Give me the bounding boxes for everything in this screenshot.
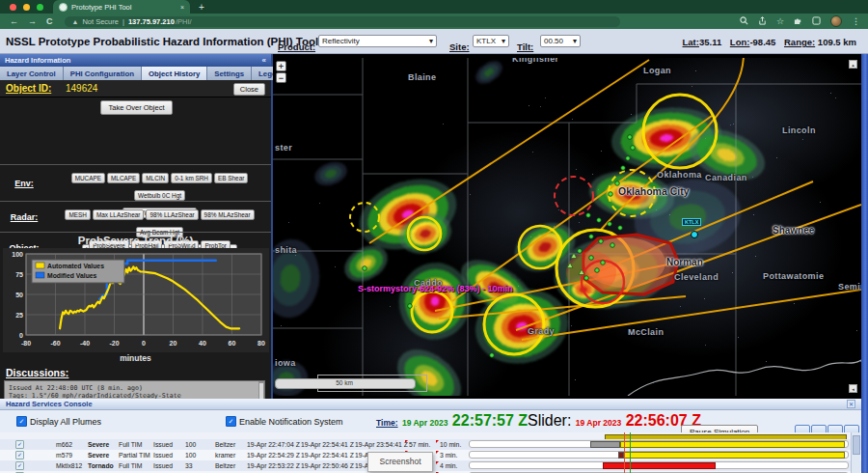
close-button[interactable]: Close — [233, 83, 265, 96]
profile-switcher-icon[interactable] — [812, 16, 821, 27]
hazard-duration-bar[interactable] — [603, 462, 716, 469]
cell: Issued — [153, 462, 173, 469]
edited-cell-marker — [405, 440, 408, 443]
url-host: 137.75.97.210 — [128, 17, 175, 26]
edited-cell-marker — [436, 461, 439, 464]
cell: 19-Apr 22:54:29 Z — [247, 452, 300, 459]
attr-button-wetbulb-0c-hgt[interactable]: Wetbulb 0C Hgt — [134, 190, 185, 201]
console-close-icon[interactable]: ✕ — [847, 400, 855, 408]
search-icon[interactable] — [740, 16, 748, 27]
row-checkbox[interactable]: ✓ — [15, 440, 24, 449]
attr-button-0-1-km-srh[interactable]: 0-1 km SRH — [171, 173, 212, 183]
hazard-duration-bar[interactable] — [624, 452, 845, 459]
tilt-select[interactable]: 00.50▾ — [540, 35, 581, 47]
avatar[interactable] — [830, 15, 842, 27]
radar-map[interactable]: KingfisherBlainesterLoganLincolnCanadian… — [273, 54, 861, 396]
product-value: Reflectivity — [322, 37, 360, 45]
window-minimize-button[interactable] — [23, 4, 30, 11]
range-label: Range: — [784, 37, 815, 47]
attr-button-mucape[interactable]: MUCAPE — [71, 173, 105, 183]
share-icon[interactable] — [758, 16, 767, 27]
site-select[interactable]: KTLX▾ — [473, 35, 509, 47]
product-select[interactable]: Reflectivity▾ — [318, 35, 437, 47]
window-close-button[interactable] — [10, 4, 16, 11]
map-scroll-left-button[interactable]: ◂ — [849, 384, 857, 393]
map-label-oklahoma: Oklahoma — [657, 170, 702, 180]
page-scrollbar[interactable] — [861, 54, 868, 473]
range-value: 109.5 km — [818, 37, 856, 47]
map-zoom-out-button[interactable]: − — [276, 72, 286, 83]
chevron-down-icon: ▾ — [573, 37, 577, 45]
console-scrollbar[interactable] — [851, 432, 860, 473]
tab-settings[interactable]: Settings — [207, 67, 252, 80]
tab-object-history[interactable]: Object History — [142, 67, 207, 80]
chevron-down-icon: ▾ — [502, 37, 505, 45]
attr-button-mesh[interactable]: MESH — [65, 209, 90, 220]
map-label-canadian: Canadian — [705, 173, 747, 182]
enable-notification-checkbox[interactable]: ✓ — [226, 416, 236, 427]
attr-button-eb-shear[interactable]: EB Shear — [214, 173, 248, 183]
hazard-duration-bar[interactable] — [590, 441, 620, 448]
reload-icon[interactable]: C — [46, 16, 53, 26]
cell: Partial TIM — [119, 452, 150, 459]
row-checkbox[interactable]: ✓ — [15, 451, 24, 459]
tilt-label: Tilt: — [517, 42, 533, 52]
new-tab-button[interactable]: + — [199, 2, 204, 13]
extensions-puzzle-icon[interactable] — [794, 16, 802, 27]
svg-text:100: 100 — [12, 251, 23, 258]
bookmark-star-icon[interactable]: ☆ — [776, 16, 784, 26]
cell: 19-Apr 23:54:41 Z — [355, 441, 408, 448]
svg-text:-60: -60 — [50, 340, 60, 347]
timeline-slider-line[interactable] — [624, 432, 625, 473]
slider-date: 19 Apr 2023 — [576, 418, 621, 428]
tab-close-icon[interactable]: × — [180, 4, 184, 11]
address-bar[interactable]: ▲ Not Secure | 137.75.97.210/PHI/ — [65, 16, 620, 27]
attr-button-mlcin[interactable]: MLCIN — [142, 173, 169, 183]
lat-value: 35.11 — [699, 37, 721, 47]
cell: 19-Apr 22:47:04 Z — [247, 441, 300, 448]
display-all-plumes-checkbox[interactable]: ✓ — [16, 416, 27, 427]
edited-cell-marker — [436, 440, 439, 443]
svg-text:-20: -20 — [109, 340, 119, 347]
cell: 33 — [185, 462, 193, 469]
table-row[interactable]: ✓m662SevereFull TIMIssued100Beltzer19-Ap… — [0, 439, 861, 450]
panel-collapse-icon[interactable]: « — [262, 56, 266, 65]
window-zoom-button[interactable] — [37, 4, 43, 11]
cell: Issued — [153, 452, 173, 459]
browser-tab[interactable]: Prototype PHI Tool × — [53, 0, 190, 14]
hazard-duration-bar[interactable] — [620, 441, 845, 448]
map-scroll-up-button[interactable]: ▴ — [849, 60, 857, 69]
cell: Full TIM — [119, 441, 142, 448]
section-label: Env: — [0, 165, 48, 201]
take-over-object-button[interactable]: Take Over Object — [100, 100, 174, 115]
cell: 19-Apr 22:54:41 Z — [301, 441, 354, 448]
attr-button-98-llazshear[interactable]: 98% LLAzShear — [146, 209, 198, 220]
map-viewport[interactable]: KingfisherBlainesterLoganLincolnCanadian… — [273, 58, 861, 396]
map-label-shita: shita — [275, 245, 297, 255]
forward-icon[interactable]: → — [28, 16, 37, 26]
site-label: Site: — [449, 42, 470, 52]
browser-tab-strip: Prototype PHI Tool × + — [0, 0, 868, 14]
browser-menu-icon[interactable]: ⋮ — [852, 16, 860, 26]
url-divider: | — [122, 17, 124, 26]
svg-text:Automated Values: Automated Values — [47, 263, 104, 269]
time-date: 19 Apr 2023 — [402, 418, 448, 428]
console-controls: ✓ Display All Plumes ✓ Enable Notificati… — [0, 410, 861, 432]
back-icon[interactable]: ← — [10, 16, 18, 26]
edited-cell-marker — [436, 451, 439, 454]
attr-button-98-mlazshear[interactable]: 98% MLAzShear — [201, 209, 255, 220]
cell: 4 min. — [440, 462, 458, 469]
map-zoom-in-button[interactable]: + — [276, 61, 286, 71]
display-all-plumes-label: Display All Plumes — [30, 417, 101, 427]
url-path: /PHI/ — [176, 17, 192, 26]
tab-layer-control[interactable]: Layer Control — [0, 67, 64, 80]
attr-button-mlcape[interactable]: MLCAPE — [107, 173, 140, 183]
svg-text:80: 80 — [258, 340, 265, 347]
tab-phi-configuration[interactable]: PHI Configuration — [64, 67, 142, 80]
row-checkbox[interactable]: ✓ — [15, 461, 24, 470]
cell: Full TIM — [119, 462, 142, 469]
tilt-value: 00.50 — [544, 37, 563, 45]
attr-button-max-llazshear[interactable]: Max LLAzShear — [93, 209, 144, 220]
product-label: Product: — [278, 42, 315, 52]
cell: kramer — [215, 452, 235, 459]
